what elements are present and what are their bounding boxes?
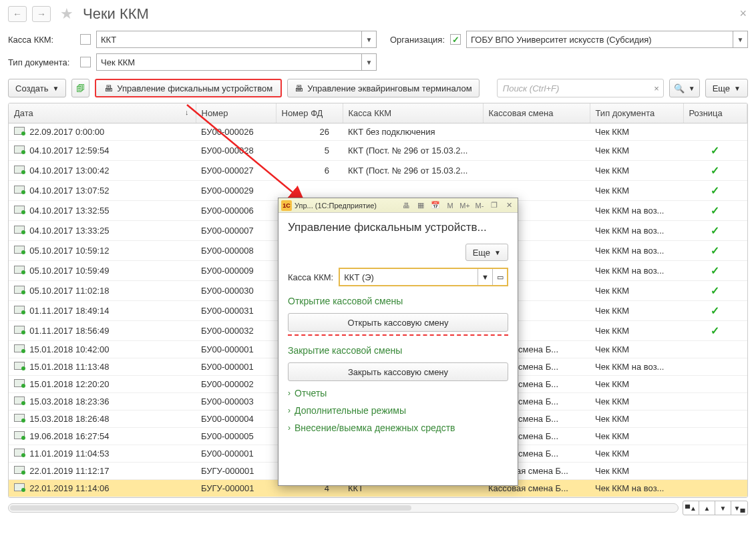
col-doctype[interactable]: Тип документа [590,103,683,123]
doctype-filter-input[interactable]: Чек ККМ ▼ [96,53,377,71]
dropdown-icon[interactable]: ▼ [361,54,376,70]
nav-back-button[interactable]: ← [8,6,27,22]
reports-expander[interactable]: ›Отчеты [288,388,508,398]
dialog-kassa-input[interactable]: ККТ (Э) ▼ ▭ [339,268,508,286]
open-ref-icon[interactable]: ▭ [492,269,507,285]
chevron-right-icon: › [288,406,291,415]
check-icon: ✓ [711,225,719,236]
check-icon: ✓ [711,165,719,176]
document-icon [14,449,25,457]
check-icon: ✓ [711,145,719,156]
close-icon[interactable]: ✕ [503,200,515,211]
document-icon [14,414,25,422]
org-filter-value: ГОБУ ВПО Университет искусств (Субсидия) [471,35,652,45]
m-icon[interactable]: M [444,200,456,211]
dialog-titlebar[interactable]: 1C Упр... (1С:Предприятие) 🖶 ▦ 📅 M M+ M-… [278,198,518,213]
search-input[interactable]: Поиск (Ctrl+F) × [497,79,664,97]
document-icon [14,362,25,370]
dialog-titlebar-text: Упр... (1С:Предприятие) [295,202,377,210]
document-icon [14,166,25,174]
cash-inout-expander[interactable]: ›Внесение/выемка денежных средств [288,423,508,433]
calendar-icon[interactable]: 📅 [429,200,441,211]
col-number[interactable]: Номер [196,103,276,123]
table-row[interactable]: 04.10.2017 12:59:54БУ00-0000285ККТ (Пост… [9,141,747,161]
check-icon: ✓ [711,325,719,336]
m-plus-icon[interactable]: M+ [459,200,471,211]
open-shift-section: Открытие кассовой смены [288,296,508,306]
document-icon [14,344,25,352]
org-filter-label: Организация: [390,35,445,45]
scroll-top-button[interactable]: ▀▲ [683,501,699,515]
window-restore-icon[interactable]: ❐ [488,200,500,211]
scroll-up-button[interactable]: ▲ [699,501,715,515]
document-icon [14,246,25,254]
horizontal-scrollbar[interactable] [8,503,679,513]
close-page-button[interactable]: × [739,7,747,21]
clear-search-button[interactable]: × [654,83,659,93]
print-icon[interactable]: 🖶 [400,200,412,211]
col-kassa[interactable]: Касса ККМ [343,103,483,123]
favorite-star-icon[interactable]: ★ [60,5,73,23]
document-icon [14,186,25,194]
document-icon [14,306,25,314]
chevron-right-icon: › [288,388,291,398]
document-icon [14,466,25,474]
check-icon: ✓ [711,245,719,256]
table-row[interactable]: 04.10.2017 13:00:42БУ00-0000276ККТ (Пост… [9,161,747,181]
more-button[interactable]: Еще ▼ [705,79,748,97]
m-minus-icon[interactable]: M- [474,200,486,211]
fiscal-device-mgmt-button[interactable]: 🖶 Управление фискальным устройством [95,79,282,97]
document-icon [14,326,25,334]
copy-button[interactable]: 🗐 [71,79,89,97]
check-icon: ✓ [711,265,719,276]
find-button[interactable]: 🔍 ▼ [669,79,700,97]
copy-icon: 🗐 [76,83,85,93]
document-icon [14,431,25,439]
document-icon [14,286,25,294]
nav-forward-button[interactable]: → [32,6,51,22]
kassa-filter-label: Касса ККМ: [8,35,75,45]
table-row[interactable]: 22.09.2017 0:00:00БУ00-00002626ККТ без п… [9,123,747,141]
document-icon [14,226,25,234]
col-shift[interactable]: Кассовая смена [483,103,590,123]
dropdown-icon[interactable]: ▼ [361,31,376,47]
extra-modes-expander[interactable]: ›Дополнительные режимы [288,405,508,416]
doctype-filter-value: Чек ККМ [101,57,135,67]
col-retail[interactable]: Розница [683,103,747,123]
document-icon [14,206,25,214]
printer-icon: 🖶 [104,83,113,93]
dropdown-icon[interactable]: ▼ [478,269,492,285]
document-icon [14,379,25,387]
doctype-filter-checkbox[interactable] [80,57,91,67]
search-placeholder: Поиск (Ctrl+F) [503,83,560,93]
org-filter-checkbox[interactable]: ✓ [450,34,461,45]
close-shift-section: Закрытие кассовой смены [288,345,508,356]
col-fd[interactable]: Номер ФД [276,103,343,123]
open-shift-button[interactable]: Открыть кассовую смену [288,313,508,332]
dialog-kassa-label: Касса ККМ: [288,272,333,282]
chevron-down-icon: ▼ [734,85,741,92]
create-button[interactable]: Создать ▼ [8,79,66,97]
col-date[interactable]: Дата↓ [9,103,196,123]
document-icon [14,483,25,491]
document-icon [14,396,25,404]
fiscal-device-dialog: 1C Упр... (1С:Предприятие) 🖶 ▦ 📅 M M+ M-… [278,198,518,486]
scroll-bottom-button[interactable]: ▼▄ [731,501,747,515]
annotation-underline [288,334,508,336]
document-icon [14,127,25,135]
create-label: Создать [15,83,48,93]
dialog-more-button[interactable]: Еще ▼ [465,244,508,261]
acquiring-terminal-mgmt-button[interactable]: 🖶 Управление эквайринговым терминалом [287,79,479,97]
close-shift-button[interactable]: Закрыть кассовую смену [288,362,508,381]
terminal-icon: 🖶 [295,83,303,93]
kassa-filter-input[interactable]: ККТ ▼ [96,31,377,48]
dropdown-icon[interactable]: ▼ [733,31,747,47]
chevron-down-icon: ▼ [494,249,501,256]
search-icon: 🔍 [674,83,685,93]
kassa-filter-checkbox[interactable] [80,34,91,45]
grid-icon[interactable]: ▦ [415,200,427,211]
org-filter-input[interactable]: ГОБУ ВПО Университет искусств (Субсидия)… [466,31,748,48]
chevron-right-icon: › [288,423,291,433]
document-icon [14,266,25,274]
scroll-down-button[interactable]: ▼ [715,501,731,515]
